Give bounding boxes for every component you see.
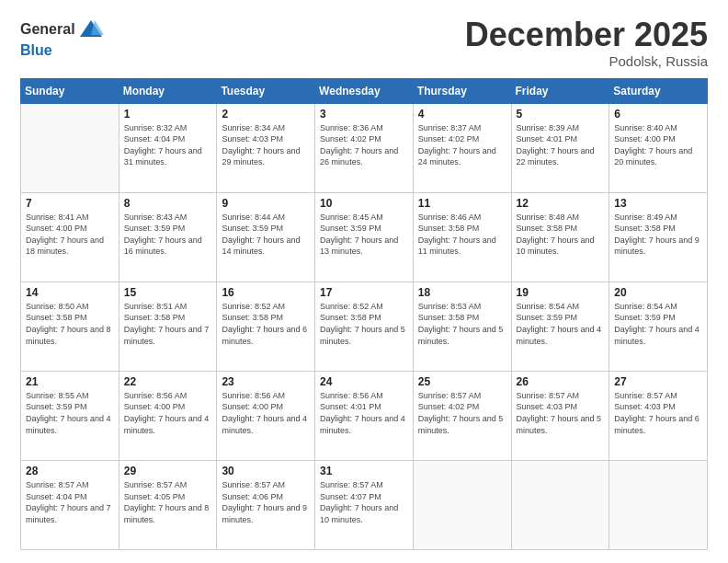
day-number: 19 [517,286,605,299]
calendar-header-row: Sunday Monday Tuesday Wednesday Thursday… [21,78,708,103]
table-row: 11Sunrise: 8:46 AM Sunset: 3:58 PM Dayli… [413,192,511,282]
top-section: General Blue December 2025 Podolsk, Russ… [20,17,708,69]
table-row: 17Sunrise: 8:52 AM Sunset: 3:58 PM Dayli… [315,282,414,371]
cell-sun-info: Sunrise: 8:44 AM Sunset: 3:59 PM Dayligh… [222,212,310,258]
cell-sun-info: Sunrise: 8:39 AM Sunset: 4:01 PM Dayligh… [517,122,605,168]
cell-sun-info: Sunrise: 8:50 AM Sunset: 3:58 PM Dayligh… [26,301,114,347]
header-tuesday: Tuesday [217,78,315,103]
table-row: 1Sunrise: 8:32 AM Sunset: 4:04 PM Daylig… [119,103,217,192]
calendar-week-row: 7Sunrise: 8:41 AM Sunset: 4:00 PM Daylig… [21,192,708,282]
calendar-week-row: 28Sunrise: 8:57 AM Sunset: 4:04 PM Dayli… [21,460,708,549]
cell-sun-info: Sunrise: 8:57 AM Sunset: 4:03 PM Dayligh… [614,390,702,436]
day-number: 21 [26,375,114,388]
table-row: 26Sunrise: 8:57 AM Sunset: 4:03 PM Dayli… [511,371,609,460]
day-number: 4 [418,108,506,121]
table-row: 16Sunrise: 8:52 AM Sunset: 3:58 PM Dayli… [217,282,315,371]
logo: General Blue [20,17,104,59]
day-number: 31 [320,465,408,477]
cell-sun-info: Sunrise: 8:52 AM Sunset: 3:58 PM Dayligh… [320,301,408,347]
cell-sun-info: Sunrise: 8:54 AM Sunset: 3:59 PM Dayligh… [614,301,702,347]
cell-sun-info: Sunrise: 8:57 AM Sunset: 4:03 PM Dayligh… [517,390,605,436]
table-row: 30Sunrise: 8:57 AM Sunset: 4:06 PM Dayli… [217,460,315,549]
cell-sun-info: Sunrise: 8:49 AM Sunset: 3:58 PM Dayligh… [614,212,702,258]
table-row: 19Sunrise: 8:54 AM Sunset: 3:59 PM Dayli… [511,282,609,371]
table-row: 15Sunrise: 8:51 AM Sunset: 3:58 PM Dayli… [119,282,217,371]
day-number: 25 [418,375,506,388]
day-number: 24 [320,375,408,388]
table-row [609,460,708,549]
header-wednesday: Wednesday [315,78,414,103]
table-row: 31Sunrise: 8:57 AM Sunset: 4:07 PM Dayli… [315,460,414,549]
table-row: 12Sunrise: 8:48 AM Sunset: 3:58 PM Dayli… [511,192,609,282]
table-row: 28Sunrise: 8:57 AM Sunset: 4:04 PM Dayli… [21,460,119,549]
table-row: 29Sunrise: 8:57 AM Sunset: 4:05 PM Dayli… [119,460,217,549]
cell-sun-info: Sunrise: 8:54 AM Sunset: 3:59 PM Dayligh… [517,301,605,347]
cell-sun-info: Sunrise: 8:55 AM Sunset: 3:59 PM Dayligh… [26,390,114,436]
logo-icon [78,17,104,42]
calendar-week-row: 14Sunrise: 8:50 AM Sunset: 3:58 PM Dayli… [21,282,708,371]
calendar-table: Sunday Monday Tuesday Wednesday Thursday… [20,78,708,550]
table-row: 14Sunrise: 8:50 AM Sunset: 3:58 PM Dayli… [21,282,119,371]
title-section: December 2025 Podolsk, Russia [465,17,708,69]
cell-sun-info: Sunrise: 8:57 AM Sunset: 4:02 PM Dayligh… [418,390,506,436]
cell-sun-info: Sunrise: 8:43 AM Sunset: 3:59 PM Dayligh… [124,212,212,258]
table-row: 8Sunrise: 8:43 AM Sunset: 3:59 PM Daylig… [119,192,217,282]
cell-sun-info: Sunrise: 8:56 AM Sunset: 4:01 PM Dayligh… [320,390,408,436]
cell-sun-info: Sunrise: 8:37 AM Sunset: 4:02 PM Dayligh… [418,122,506,168]
cell-sun-info: Sunrise: 8:41 AM Sunset: 4:00 PM Dayligh… [26,212,114,258]
table-row: 24Sunrise: 8:56 AM Sunset: 4:01 PM Dayli… [315,371,414,460]
table-row [21,103,119,192]
cell-sun-info: Sunrise: 8:34 AM Sunset: 4:03 PM Dayligh… [222,122,310,168]
location: Podolsk, Russia [465,53,708,69]
day-number: 20 [614,286,702,299]
day-number: 26 [517,375,605,388]
table-row: 18Sunrise: 8:53 AM Sunset: 3:58 PM Dayli… [413,282,511,371]
calendar-week-row: 21Sunrise: 8:55 AM Sunset: 3:59 PM Dayli… [21,371,708,460]
table-row: 6Sunrise: 8:40 AM Sunset: 4:00 PM Daylig… [609,103,708,192]
day-number: 7 [26,197,114,210]
cell-sun-info: Sunrise: 8:46 AM Sunset: 3:58 PM Dayligh… [418,212,506,258]
table-row: 2Sunrise: 8:34 AM Sunset: 4:03 PM Daylig… [217,103,315,192]
day-number: 5 [517,108,605,121]
cell-sun-info: Sunrise: 8:57 AM Sunset: 4:04 PM Dayligh… [26,479,114,525]
cell-sun-info: Sunrise: 8:57 AM Sunset: 4:06 PM Dayligh… [222,479,310,525]
cell-sun-info: Sunrise: 8:48 AM Sunset: 3:58 PM Dayligh… [517,212,605,258]
table-row: 23Sunrise: 8:56 AM Sunset: 4:00 PM Dayli… [217,371,315,460]
day-number: 15 [124,286,212,299]
day-number: 22 [124,375,212,388]
table-row: 20Sunrise: 8:54 AM Sunset: 3:59 PM Dayli… [609,282,708,371]
table-row: 5Sunrise: 8:39 AM Sunset: 4:01 PM Daylig… [511,103,609,192]
day-number: 23 [222,375,310,388]
cell-sun-info: Sunrise: 8:57 AM Sunset: 4:05 PM Dayligh… [124,479,212,525]
cell-sun-info: Sunrise: 8:56 AM Sunset: 4:00 PM Dayligh… [124,390,212,436]
cell-sun-info: Sunrise: 8:40 AM Sunset: 4:00 PM Dayligh… [614,122,702,168]
header-saturday: Saturday [609,78,708,103]
table-row: 9Sunrise: 8:44 AM Sunset: 3:59 PM Daylig… [217,192,315,282]
table-row [511,460,609,549]
logo-general: General [20,21,75,38]
table-row: 13Sunrise: 8:49 AM Sunset: 3:58 PM Dayli… [609,192,708,282]
day-number: 1 [124,108,212,121]
table-row: 25Sunrise: 8:57 AM Sunset: 4:02 PM Dayli… [413,371,511,460]
day-number: 30 [222,465,310,477]
page: General Blue December 2025 Podolsk, Russ… [0,0,728,563]
cell-sun-info: Sunrise: 8:51 AM Sunset: 3:58 PM Dayligh… [124,301,212,347]
day-number: 13 [614,197,702,210]
day-number: 11 [418,197,506,210]
table-row: 10Sunrise: 8:45 AM Sunset: 3:59 PM Dayli… [315,192,414,282]
table-row [413,460,511,549]
day-number: 8 [124,197,212,210]
header-friday: Friday [511,78,609,103]
day-number: 27 [614,375,702,388]
day-number: 6 [614,108,702,121]
day-number: 18 [418,286,506,299]
table-row: 7Sunrise: 8:41 AM Sunset: 4:00 PM Daylig… [21,192,119,282]
table-row: 21Sunrise: 8:55 AM Sunset: 3:59 PM Dayli… [21,371,119,460]
day-number: 12 [517,197,605,210]
logo-blue: Blue [20,42,52,59]
cell-sun-info: Sunrise: 8:45 AM Sunset: 3:59 PM Dayligh… [320,212,408,258]
day-number: 2 [222,108,310,121]
table-row: 4Sunrise: 8:37 AM Sunset: 4:02 PM Daylig… [413,103,511,192]
day-number: 3 [320,108,408,121]
day-number: 29 [124,465,212,477]
